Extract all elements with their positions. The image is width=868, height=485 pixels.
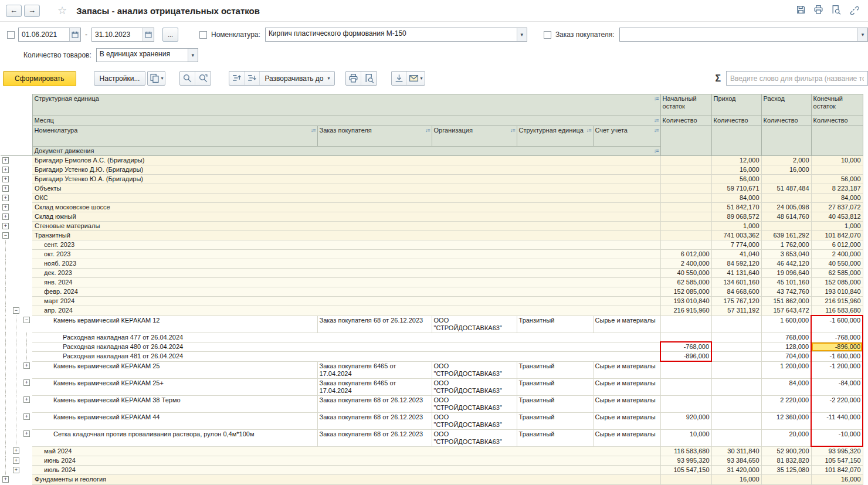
cell-opening[interactable]: 105 547,150	[660, 466, 711, 475]
cell-income[interactable]	[711, 429, 761, 446]
row-label[interactable]: Камень керамический КЕРАКАМ 25	[32, 361, 317, 378]
cell-closing[interactable]: -10,000	[811, 429, 863, 446]
expand-icon[interactable]: +	[13, 447, 19, 454]
nomenclature-combo[interactable]: Кирпич пластического формования М-150 ▾	[265, 28, 527, 42]
cell-closing[interactable]: 2 400,000	[811, 250, 863, 259]
cell-income[interactable]: 56,000	[711, 175, 761, 184]
cell-expense[interactable]: 81 832,820	[761, 456, 811, 466]
expand-icon[interactable]: +	[2, 223, 9, 229]
cell-income[interactable]: 51 842,170	[711, 203, 761, 212]
customer-order-combo[interactable]: ▾	[619, 28, 868, 42]
row-label[interactable]: Стеновые материалы	[32, 222, 660, 231]
cell-opening[interactable]: 62 585,000	[660, 278, 711, 287]
cell-income[interactable]: 16,000	[711, 475, 761, 484]
cell-expense[interactable]: 20,000	[761, 429, 811, 446]
cell-income[interactable]: 1,000	[711, 222, 761, 231]
save-icon[interactable]	[796, 5, 806, 17]
header-document[interactable]: Документ движения↓≡	[32, 147, 660, 156]
cell-closing[interactable]: 27 837,072	[811, 203, 863, 212]
send-email-icon[interactable]: ▾	[407, 72, 424, 85]
cell-opening[interactable]: 193 010,840	[660, 297, 711, 306]
cell-opening[interactable]	[660, 194, 711, 203]
row-account[interactable]: Сырье и материалы	[593, 361, 660, 378]
cell-opening[interactable]	[660, 175, 711, 184]
row-label[interactable]: нояб. 2023	[32, 259, 660, 269]
row-label[interactable]: Расходная накладная 481 от 26.04.2024	[32, 352, 660, 362]
period-checkbox[interactable]	[7, 31, 15, 39]
cell-closing[interactable]	[811, 165, 863, 175]
cell-income[interactable]	[711, 378, 761, 395]
cell-expense[interactable]	[761, 475, 811, 484]
row-label[interactable]: Склад южный	[32, 212, 660, 222]
cell-opening[interactable]	[660, 240, 711, 250]
cell-expense[interactable]: 51 487,484	[761, 184, 811, 194]
cell-opening[interactable]: 10,000	[660, 429, 711, 446]
cell-expense[interactable]: 1 600,000	[761, 316, 811, 333]
expand-icon[interactable]: +	[2, 476, 9, 483]
cell-income[interactable]: 12,000	[711, 156, 761, 165]
row-label[interactable]: февр. 2024	[32, 287, 660, 297]
cell-income[interactable]	[711, 352, 761, 362]
cell-opening[interactable]	[660, 378, 711, 395]
cell-closing[interactable]: 84,000	[811, 194, 863, 203]
cell-closing[interactable]: 93 995,320	[811, 446, 863, 456]
expand-icon[interactable]: +	[13, 467, 19, 473]
cell-closing[interactable]: 8 223,187	[811, 184, 863, 194]
sort-icon[interactable]: ↓≡	[654, 95, 659, 103]
header-structural-unit[interactable]: Структурная единица↓≡	[32, 94, 660, 116]
row-label[interactable]: Склад московское шоссе	[32, 203, 660, 212]
expand-icon[interactable]: +	[23, 430, 30, 437]
cell-expense[interactable]: 19 096,640	[761, 269, 811, 278]
link-icon[interactable]	[849, 5, 859, 17]
cell-income[interactable]	[711, 395, 761, 412]
row-structural-unit[interactable]: Транзитный	[517, 395, 593, 412]
cell-opening[interactable]	[660, 333, 711, 342]
cell-expense[interactable]: 16,000	[761, 165, 811, 175]
row-customer-order[interactable]: Заказ покупателя 6465 от 17.04.2024	[317, 378, 432, 395]
row-label[interactable]: окт. 2023	[32, 250, 660, 259]
expand-icon[interactable]: +	[2, 185, 9, 192]
expand-icon[interactable]: +	[23, 379, 30, 386]
header-month[interactable]: Месяц↓≡	[32, 116, 660, 126]
cell-opening[interactable]	[660, 222, 711, 231]
cell-income[interactable]	[711, 342, 761, 352]
cell-opening[interactable]	[660, 361, 711, 378]
period-more-button[interactable]: ...	[162, 28, 178, 42]
expand-icon[interactable]: +	[23, 396, 30, 403]
sort-icon[interactable]: ↓≡	[586, 127, 591, 134]
cell-opening[interactable]	[660, 395, 711, 412]
cell-expense[interactable]	[761, 175, 811, 184]
expand-icon[interactable]: +	[2, 213, 9, 220]
sort-icon[interactable]: ↓≡	[654, 117, 659, 124]
cell-expense[interactable]: 157 643,472	[761, 306, 811, 316]
expand-icon[interactable]: +	[23, 413, 30, 420]
header-opening-balance[interactable]: Начальный остаток	[660, 94, 711, 116]
expand-icon[interactable]: +	[2, 176, 9, 182]
dropdown-arrow-icon[interactable]: ▾	[857, 28, 867, 41]
cell-income[interactable]: 16,000	[711, 165, 761, 175]
expand-groups-icon[interactable]	[245, 72, 260, 85]
row-label[interactable]: сент. 2023	[32, 240, 660, 250]
row-account[interactable]: Сырье и материалы	[593, 378, 660, 395]
row-label[interactable]: ОКС	[32, 194, 660, 203]
cell-closing[interactable]: 152 085,000	[811, 278, 863, 287]
cell-opening[interactable]: -896,000	[660, 352, 711, 362]
cell-expense[interactable]	[761, 194, 811, 203]
find-next-icon[interactable]	[195, 72, 211, 85]
row-customer-order[interactable]: Заказ покупателя 68 от 26.12.2023	[317, 316, 432, 333]
row-structural-unit[interactable]: Транзитный	[517, 316, 593, 333]
cell-expense[interactable]: 45 101,160	[761, 278, 811, 287]
header-account[interactable]: Счет учета↓≡	[593, 126, 660, 147]
cell-opening[interactable]	[660, 184, 711, 194]
cell-expense[interactable]: 2 220,000	[761, 395, 811, 412]
cell-expense[interactable]: 3 653,040	[761, 250, 811, 259]
cell-opening[interactable]: 93 995,320	[660, 456, 711, 466]
row-customer-order[interactable]: Заказ покупателя 68 от 26.12.2023	[317, 395, 432, 412]
row-organization[interactable]: ООО "СТРОЙДОСТАВКА63"	[432, 429, 517, 446]
cell-income[interactable]: 84 668,600	[711, 287, 761, 297]
cell-expense[interactable]: 704,000	[761, 352, 811, 362]
sort-icon[interactable]: ↓≡	[654, 147, 659, 155]
row-label[interactable]: Расходная накладная 480 от 26.04.2024	[32, 342, 660, 352]
cell-income[interactable]: 59 710,671	[711, 184, 761, 194]
cell-closing[interactable]: 62 585,000	[811, 269, 863, 278]
